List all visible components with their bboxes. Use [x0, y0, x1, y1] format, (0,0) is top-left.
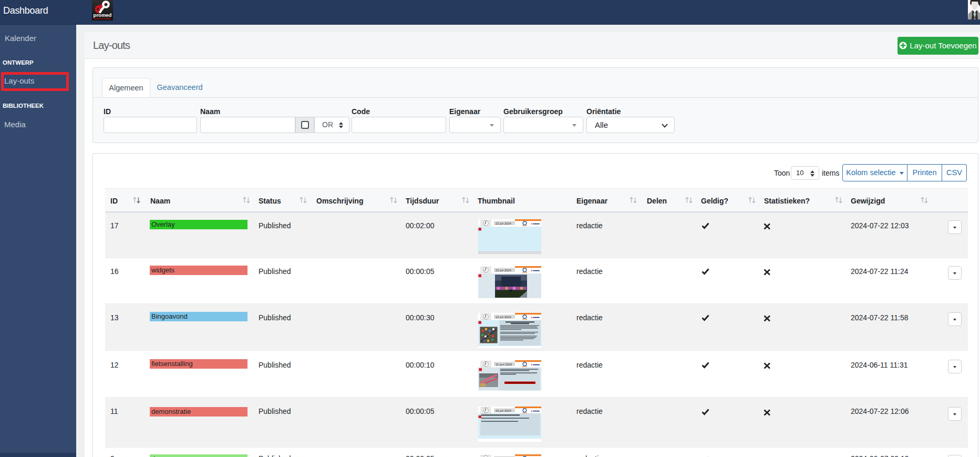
- svg-text:22 juli 2024: 22 juli 2024: [496, 316, 511, 319]
- svg-text:AUDIOVISUEEL: AUDIOVISUEEL: [94, 18, 111, 20]
- svg-text:promed: promed: [94, 12, 112, 18]
- svg-text:22 juli 2024: 22 juli 2024: [496, 409, 511, 412]
- svg-text:11 juni 2024: 11 juni 2024: [496, 363, 512, 366]
- svg-text:22 juli 2024: 22 juli 2024: [496, 269, 511, 272]
- svg-text:22 juli 2024: 22 juli 2024: [496, 222, 511, 225]
